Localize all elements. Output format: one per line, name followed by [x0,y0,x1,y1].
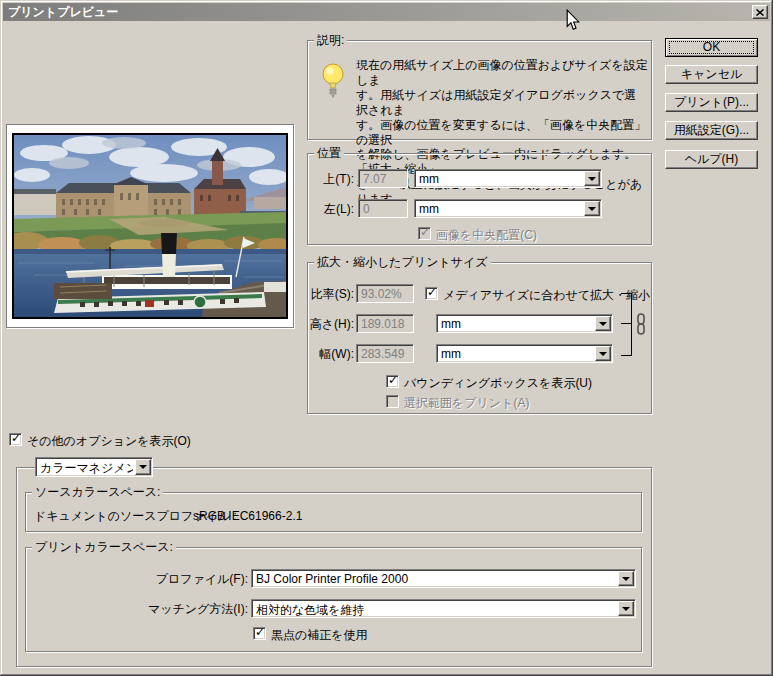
height-label: 高さ(H): [308,317,354,331]
options-mode-dropdown-button[interactable] [135,459,151,475]
description-legend: 説明: [314,33,347,47]
width-field: 283.549 [356,344,414,363]
close-button[interactable] [752,5,768,19]
intent-combo[interactable]: 相対的な色域を維持 [251,599,636,618]
print-button[interactable]: プリント(P)... [665,93,758,112]
height-unit-combo[interactable]: mm [436,314,613,333]
left-unit-combo[interactable]: mm [414,199,602,218]
chain-link-icon [635,312,647,336]
width-label: 幅(W): [308,347,354,361]
center-image-checkbox [418,227,431,240]
riverside-photo-scene [14,135,286,317]
width-unit-value: mm [441,347,593,361]
cancel-button[interactable]: キャンセル [665,65,758,84]
black-point-checkbox[interactable] [253,627,266,640]
link-bracket-top [621,293,631,294]
link-bracket-middle [621,323,631,324]
options-mode-value: カラーマネジメント [40,460,133,477]
description-group: 説明: 現在の用紙サイズ上の画像の位置およびサイズを設定しま す。用紙サイズは用… [307,40,652,140]
top-unit-value: mm [419,172,582,186]
scaled-print-size-legend: 拡大・縮小したプリントサイズ [314,255,491,269]
source-space-legend: ソースカラースペース: [32,485,163,499]
print-space-group: プリントカラースペース: プロファイル(F): BJ Color Printer… [25,547,642,652]
top-field-value: 7.07 [363,172,386,186]
width-unit-dropdown-button[interactable] [595,346,611,361]
profile-dropdown-button[interactable] [618,571,634,586]
chevron-down-icon [599,352,607,360]
top-label: 上(T): [310,172,354,186]
center-image-label: 画像を中央配置(C) [436,228,537,242]
chevron-down-icon [622,577,630,585]
bulb-icon [320,62,346,98]
show-more-options-checkbox[interactable] [9,433,22,446]
position-group: 位置 上(T): 7.07 mm 左(L): 0 mm 画像を中央配置(C) [307,153,652,245]
profile-label: プロファイル(F): [101,572,248,586]
link-bracket-bottom [621,355,631,356]
width-unit-combo[interactable]: mm [436,344,613,363]
height-field-value: 189.018 [361,317,404,331]
show-more-options-label: その他のオプションを表示(O) [27,434,191,448]
options-mode-combo[interactable]: カラーマネジメント [35,457,153,477]
source-space-group: ソースカラースペース: ドキュメントのソースプロファイル : sRGB IEC6… [25,492,642,532]
show-bounding-box-checkbox[interactable] [386,375,399,388]
left-unit-dropdown-button[interactable] [584,201,600,216]
height-field: 189.018 [356,314,414,333]
print-selected-area-checkbox [386,395,399,408]
print-space-legend: プリントカラースペース: [32,540,176,554]
scaled-print-size-group: 拡大・縮小したプリントサイズ 比率(S): 93.02% メディアサイズに合わせ… [307,262,652,414]
source-profile-value: sRGB IEC61966-2.1 [193,509,302,523]
page-setup-button[interactable]: 用紙設定(G)... [665,121,758,140]
left-unit-value: mm [419,202,582,216]
preview-photo[interactable] [12,133,288,319]
height-unit-value: mm [441,317,593,331]
intent-dropdown-button[interactable] [618,601,634,616]
window-title: プリントプレビュー [8,5,118,19]
top-unit-combo[interactable]: mm [414,169,602,188]
arrow-cursor [566,9,580,31]
show-bounding-box-label: バウンディングボックスを表示(U) [404,376,592,390]
scale-field: 93.02% [356,284,414,303]
height-unit-dropdown-button[interactable] [595,316,611,331]
chevron-down-icon [622,607,630,615]
scale-field-value: 93.02% [361,287,402,301]
top-field: 7.07 [358,169,408,188]
link-bracket-line [631,293,632,356]
chevron-down-icon [588,177,596,185]
left-field-value: 0 [363,202,370,216]
ok-button[interactable]: OK [665,38,758,57]
intent-label: マッチング方法(I): [101,602,248,616]
position-legend: 位置 [314,146,344,160]
chevron-down-icon [599,322,607,330]
chevron-down-icon [588,207,596,215]
close-icon [756,9,764,16]
profile-combo[interactable]: BJ Color Printer Profile 2000 [251,569,636,588]
scale-to-fit-label: メディアサイズに合わせて拡大・縮小 [443,288,650,302]
black-point-label: 黒点の補正を使用 [271,628,368,642]
intent-combo-value: 相対的な色域を維持 [256,602,616,619]
top-unit-dropdown-button[interactable] [584,171,600,186]
title-bar[interactable]: プリントプレビュー [3,3,770,21]
chevron-down-icon [139,465,147,473]
left-label: 左(L): [310,202,354,216]
left-field: 0 [358,199,408,218]
print-selected-area-label: 選択範囲をプリント(A) [404,396,529,410]
profile-combo-value: BJ Color Printer Profile 2000 [256,572,616,586]
width-field-value: 283.549 [361,347,404,361]
print-preview-dialog: プリントプレビュー [0,0,773,676]
help-button[interactable]: ヘルプ(H) [665,150,758,169]
preview-frame [6,124,294,328]
scale-label: 比率(S): [308,287,354,301]
scale-to-fit-checkbox[interactable] [425,287,438,300]
